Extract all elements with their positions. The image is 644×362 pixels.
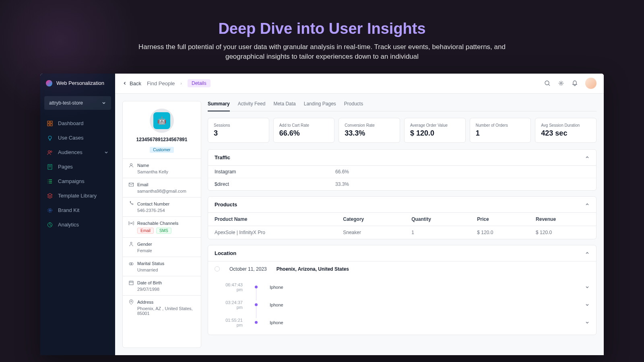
sidebar-item-template-library[interactable]: Template Library <box>40 189 115 203</box>
store-name: attryb-test-store <box>49 100 83 106</box>
tag-sms: SMS <box>156 228 171 234</box>
target-icon <box>47 207 53 214</box>
sidebar-item-analytics[interactable]: Analytics <box>40 218 115 232</box>
broadcast-icon <box>128 220 134 226</box>
dot-icon <box>255 286 258 288</box>
tab-meta-data[interactable]: Meta Data <box>273 101 295 111</box>
list-icon <box>47 178 53 185</box>
ring-icon <box>128 261 134 266</box>
radio-icon[interactable] <box>215 266 220 272</box>
traffic-panel: Traffic Instagram66.6% $direct33.3% <box>208 149 597 191</box>
chevron-down-icon[interactable] <box>585 285 590 290</box>
svg-point-20 <box>131 301 132 302</box>
field-dob: Date of Birth 29/07/1998 <box>123 276 201 296</box>
chevron-up-icon <box>585 202 590 207</box>
profile-id: 1234567891234567891 <box>128 137 196 142</box>
sidebar-item-campaigns[interactable]: Campaigns <box>40 174 115 189</box>
content-body: 🤖 1234567891234567891 Customer Name Sama… <box>115 94 604 355</box>
sidebar-item-dashboard[interactable]: Dashboard <box>40 116 115 131</box>
mail-icon <box>128 182 134 187</box>
gear-icon[interactable] <box>558 80 564 86</box>
sidebar-item-use-cases[interactable]: Use Cases <box>40 131 115 145</box>
svg-point-15 <box>131 222 132 224</box>
location-panel: Location October 11, 2023 Phoenix, Arizo… <box>208 245 597 335</box>
app-name: Web Personalization <box>56 80 104 86</box>
svg-point-11 <box>545 81 549 85</box>
person-icon <box>128 241 134 247</box>
chevron-left-icon <box>122 81 127 86</box>
topbar: Back Find People › Details <box>115 74 604 94</box>
timeline-item[interactable]: 01:55:21 pm Iphone <box>219 314 590 331</box>
svg-point-16 <box>130 242 132 244</box>
search-icon[interactable] <box>544 80 551 86</box>
field-marital: Marital Status Unmarried <box>123 257 201 276</box>
bulb-icon <box>47 135 53 141</box>
summary-panel: Summary Activity Feed Meta Data Landing … <box>208 101 597 348</box>
chevron-right-icon: › <box>180 81 182 86</box>
svg-rect-3 <box>50 124 52 126</box>
store-selector[interactable]: attryb-test-store <box>44 96 111 110</box>
user-avatar[interactable] <box>585 78 597 89</box>
svg-point-8 <box>48 208 52 212</box>
chevron-up-icon <box>585 251 590 255</box>
chevron-down-icon[interactable] <box>585 320 590 325</box>
nav-label: Analytics <box>58 222 79 228</box>
svg-point-18 <box>131 263 133 265</box>
tag-email: Email <box>137 228 154 234</box>
profile-header: 🤖 1234567891234567891 Customer <box>123 101 201 159</box>
dot-icon <box>255 303 258 306</box>
traffic-header[interactable]: Traffic <box>208 150 596 165</box>
tab-activity-feed[interactable]: Activity Feed <box>238 101 266 111</box>
sidebar-item-brand-kit[interactable]: Brand Kit <box>40 203 115 218</box>
tab-summary[interactable]: Summary <box>208 101 230 111</box>
location-header[interactable]: Location <box>208 245 596 261</box>
back-label: Back <box>130 80 141 86</box>
sidebar: Web Personalization attryb-test-store Da… <box>40 74 115 355</box>
products-panel: Products Product Name Category Quantity … <box>208 196 597 239</box>
robot-icon: 🤖 <box>153 112 170 129</box>
stat-duration: Avg Session Duration423 sec <box>535 118 597 143</box>
svg-point-12 <box>560 82 562 84</box>
svg-point-13 <box>130 163 132 165</box>
table-row: ApexSole | InfinityX Pro Sneaker 1 $ 120… <box>208 226 596 239</box>
products-header[interactable]: Products <box>208 197 596 212</box>
logo-icon <box>46 80 52 86</box>
main-area: Back Find People › Details 🤖 12345678912… <box>115 74 604 355</box>
bell-icon[interactable] <box>572 80 578 86</box>
profile-avatar: 🤖 <box>150 109 174 133</box>
back-button[interactable]: Back <box>122 80 141 86</box>
users-icon <box>47 149 53 156</box>
stat-orders: Number of Orders1 <box>470 118 531 143</box>
traffic-row: Instagram66.6% <box>208 166 596 178</box>
page-icon <box>47 164 53 170</box>
field-email: Email samantha98@gmail.com <box>123 178 201 197</box>
timeline-item[interactable]: 03:24:37 pm Iphone <box>219 296 590 314</box>
products-table: Product Name Category Quantity Price Rev… <box>208 212 596 239</box>
user-icon <box>128 162 134 168</box>
timeline-item[interactable]: 06:47:43 pm Iphone <box>219 278 590 296</box>
nav-label: Audiences <box>58 149 83 155</box>
tab-landing-pages[interactable]: Landing Pages <box>304 101 336 111</box>
nav-label: Pages <box>58 164 73 170</box>
profile-card: 🤖 1234567891234567891 Customer Name Sama… <box>122 101 201 348</box>
breadcrumb-details: Details <box>188 79 211 87</box>
field-contact: Contact Number 546-2376-254 <box>123 197 201 217</box>
svg-rect-2 <box>47 124 50 126</box>
nav-label: Campaigns <box>58 178 85 184</box>
field-channels: Reachable Channels Email SMS <box>123 217 201 238</box>
stat-sessions: Sessions3 <box>208 118 269 143</box>
location-entry[interactable]: October 11, 2023 Phoenix, Arizona, Unite… <box>208 261 596 277</box>
hero-subtitle: Harness the full potential of your user … <box>121 42 523 62</box>
chevron-down-icon[interactable] <box>585 302 590 307</box>
svg-point-9 <box>49 210 51 211</box>
calendar-icon <box>128 280 134 286</box>
tab-products[interactable]: Products <box>344 101 363 111</box>
chevron-up-icon <box>585 155 590 160</box>
breadcrumb-find-people[interactable]: Find People <box>147 80 175 86</box>
location-icon <box>128 299 134 305</box>
sidebar-item-pages[interactable]: Pages <box>40 160 115 174</box>
stat-conversion: Conversion Rate33.3% <box>339 118 400 143</box>
topbar-actions <box>544 78 597 89</box>
customer-badge: Customer <box>150 147 173 153</box>
sidebar-item-audiences[interactable]: Audiences <box>40 145 115 160</box>
